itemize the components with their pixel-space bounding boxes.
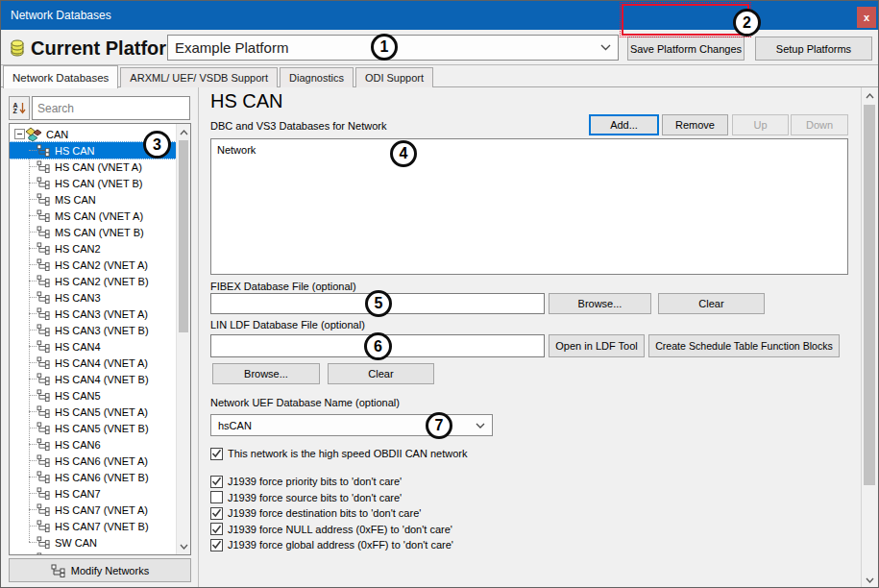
save-platform-changes-button[interactable]: Save Platform Changes — [627, 37, 745, 61]
tab-diagnostics[interactable]: Diagnostics — [280, 67, 354, 87]
open-in-ldf-tool-button[interactable]: Open in LDF Tool — [549, 334, 645, 357]
tree-item-label: HS CAN4 (VNET B) — [55, 374, 149, 385]
scroll-up-icon[interactable] — [862, 87, 877, 104]
j1939-checkbox-priority-bits[interactable]: J1939 force priority bits to 'don't care… — [210, 475, 453, 488]
checkbox-checked[interactable] — [210, 476, 223, 488]
tree-item-hs-can3-vnet-b[interactable]: HS CAN3 (VNET B) — [10, 322, 176, 338]
tab-odi-support[interactable]: ODI Support — [355, 67, 433, 87]
tree-item-ms-can[interactable]: MS CAN — [10, 191, 176, 208]
tree-item-label: HS CAN7 — [55, 488, 101, 500]
tree-connector — [29, 493, 37, 494]
network-node-icon — [37, 177, 51, 189]
tree-scrollbar-thumb[interactable] — [179, 140, 188, 332]
tree-connector — [29, 346, 37, 347]
main-scrollbar-thumb[interactable] — [864, 105, 875, 485]
checkbox-checked[interactable] — [210, 539, 223, 551]
tree-item-hs-can4[interactable]: HS CAN4 — [10, 338, 176, 355]
tree-item-label: HS CAN2 — [55, 243, 101, 255]
tree-item-hs-can3-vnet-a[interactable]: HS CAN3 (VNET A) — [10, 306, 176, 322]
tree-item-hs-can6-vnet-a[interactable]: HS CAN6 (VNET A) — [10, 453, 176, 469]
tree-connector — [29, 395, 37, 396]
scroll-up-icon[interactable] — [177, 124, 190, 140]
window-title: Network Databases — [11, 9, 111, 22]
sort-alphabetical-button[interactable]: AZ — [9, 96, 30, 120]
tree-item-label: HS CAN7 (VNET A) — [55, 504, 148, 516]
checkbox-checked[interactable] — [210, 448, 223, 460]
tree-connector — [29, 264, 37, 265]
tree-connector — [29, 509, 37, 510]
j1939-checkbox-destination-bits[interactable]: J1939 force destination bits to 'don't c… — [210, 506, 453, 520]
fibex-clear-button[interactable]: Clear — [658, 293, 765, 314]
j1939-checkbox-source-bits[interactable]: J1939 force source bits to 'don't care' — [210, 491, 453, 504]
checkbox-checked[interactable] — [210, 523, 223, 535]
tree-item-hs-can7[interactable]: HS CAN7 — [10, 485, 176, 502]
tree-item-hs-can6-vnet-b[interactable]: HS CAN6 (VNET B) — [10, 469, 176, 485]
checkbox-checked[interactable] — [210, 507, 223, 520]
tree-connector — [29, 281, 37, 282]
tree-item-hs-can7-vnet-a[interactable]: HS CAN7 (VNET A) — [10, 502, 176, 518]
network-node-icon — [37, 209, 51, 222]
tree-item-hs-can3[interactable]: HS CAN3 — [10, 289, 176, 306]
tab-network-databases[interactable]: Network Databases — [3, 65, 118, 88]
add-button[interactable]: Add... — [589, 114, 659, 135]
fibex-browse-button[interactable]: Browse... — [549, 293, 651, 314]
tab-strip: Network Databases ARXML/ UEF/ VSDB Suppo… — [1, 65, 878, 87]
ldf-clear-button[interactable]: Clear — [328, 363, 434, 384]
dbc-databases-label: DBC and VS3 Databases for Network — [210, 120, 386, 132]
check-icon — [211, 525, 222, 534]
tree-connector — [29, 330, 37, 331]
tree-item-sw-can[interactable]: SW CAN — [10, 534, 176, 551]
tree-connector — [29, 183, 37, 184]
tree-item-hs-can5-vnet-a[interactable]: HS CAN5 (VNET A) — [10, 404, 176, 420]
ldf-browse-button[interactable]: Browse... — [212, 363, 320, 384]
tree-connector — [29, 215, 37, 216]
j1939-checkbox-global-address[interactable]: J1939 force global address (0xFF) to 'do… — [210, 538, 453, 551]
tree-item-ms-can-vnet-b[interactable]: MS CAN (VNET B) — [10, 224, 176, 240]
tree-scrollbar[interactable] — [176, 124, 190, 554]
close-button[interactable]: x — [857, 7, 876, 28]
checkbox-label: J1939 force source bits to 'don't care' — [228, 492, 402, 503]
network-node-icon — [37, 536, 51, 549]
main-scrollbar[interactable] — [861, 87, 877, 588]
tree-item-hs-can4-vnet-b[interactable]: HS CAN4 (VNET B) — [10, 371, 176, 387]
checkbox-label: J1939 force priority bits to 'don't care… — [228, 476, 402, 487]
annotation-circle-7: 7 — [426, 412, 452, 439]
tree-item-label: MS CAN (VNET B) — [55, 227, 144, 238]
tree-item-hs-can-vnet-a[interactable]: HS CAN (VNET A) — [10, 159, 176, 175]
tree-item-hs-can-vnet-b[interactable]: HS CAN (VNET B) — [10, 175, 176, 191]
checkbox-unchecked[interactable] — [210, 491, 223, 503]
tree-item-label: HS CAN6 (VNET A) — [55, 455, 148, 467]
j1939-checkbox-null-address[interactable]: J1939 force NULL address (0xFE) to 'don'… — [210, 523, 453, 536]
up-button[interactable]: Up — [732, 114, 789, 135]
tree-item-hs-can2-vnet-a[interactable]: HS CAN2 (VNET A) — [10, 257, 176, 273]
tree-item-hs-can6[interactable]: HS CAN6 — [10, 436, 176, 453]
chevron-down-icon — [476, 423, 485, 429]
tree-item-ms-can-vnet-a[interactable]: MS CAN (VNET A) — [10, 208, 176, 224]
setup-platforms-button[interactable]: Setup Platforms — [755, 37, 872, 61]
tree-item-hs-can4-vnet-a[interactable]: HS CAN4 (VNET A) — [10, 355, 176, 371]
search-input[interactable] — [32, 96, 190, 120]
tree-item-hs-can2-vnet-b[interactable]: HS CAN2 (VNET B) — [10, 273, 176, 289]
tree-item-hs-can5[interactable]: HS CAN5 — [10, 387, 176, 404]
network-node-icon — [37, 454, 51, 467]
tree-item-hs-can7-vnet-b[interactable]: HS CAN7 (VNET B) — [10, 518, 176, 534]
obdii-network-checkbox[interactable]: This network is the high speed OBDII CAN… — [210, 447, 467, 460]
tree-item-hs-can2[interactable]: HS CAN2 — [10, 240, 176, 257]
create-schedule-table-button[interactable]: Create Schedule Table Function Blocks — [648, 334, 840, 357]
database-list[interactable]: Network — [210, 138, 848, 275]
tab-arxml-uef-vsdb-support[interactable]: ARXML/ UEF/ VSDB Support — [120, 67, 278, 87]
database-icon — [10, 39, 25, 57]
collapse-icon[interactable] — [14, 129, 25, 139]
tree-item-label: HS CAN (VNET A) — [55, 161, 142, 173]
remove-button[interactable]: Remove — [662, 114, 728, 135]
panel-divider — [198, 87, 199, 588]
down-button[interactable]: Down — [791, 114, 848, 135]
tree-item-label: HS CAN6 — [55, 439, 101, 451]
tree-item-hs-can5-vnet-b[interactable]: HS CAN5 (VNET B) — [10, 420, 176, 436]
scroll-down-icon[interactable] — [862, 572, 877, 588]
checkbox-label: J1939 force NULL address (0xFE) to 'don'… — [228, 524, 452, 535]
modify-networks-button[interactable]: Modify Networks — [9, 558, 191, 582]
scroll-down-icon[interactable] — [177, 538, 190, 554]
tree-connector — [29, 379, 37, 380]
j1939-checkbox-group: J1939 force priority bits to 'don't care… — [210, 475, 453, 554]
